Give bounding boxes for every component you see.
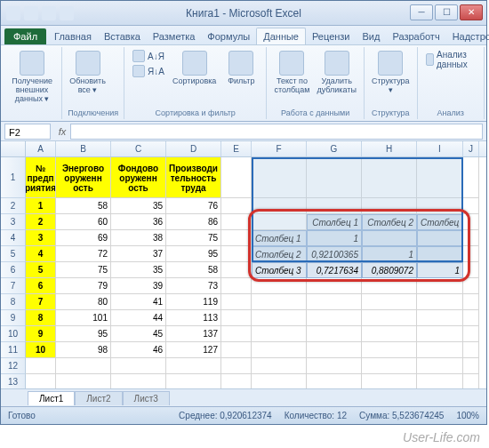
column-header[interactable]: A [26, 141, 56, 156]
tab-formulas[interactable]: Формулы [201, 28, 256, 44]
row-header[interactable]: 7 [1, 278, 26, 294]
row-header[interactable]: 1 [1, 157, 26, 198]
fx-icon[interactable]: fx [54, 126, 70, 137]
sort-desc-icon [132, 65, 145, 77]
maximize-button[interactable]: ☐ [435, 4, 458, 20]
watermark: User-Life.com [403, 430, 480, 444]
sheet-tab-1[interactable]: Лист1 [28, 391, 75, 405]
group-outline-label: Структура [370, 108, 412, 117]
status-zoom[interactable]: 100% [456, 411, 479, 420]
formula-bar: F2 fx [1, 122, 486, 141]
row-header[interactable]: 9 [1, 310, 26, 326]
formula-input[interactable] [70, 124, 483, 140]
ribbon-tabs: Файл Главная Вставка Разметка Формулы Да… [1, 26, 486, 45]
column-header[interactable]: B [56, 141, 111, 156]
analysis-icon [426, 53, 434, 66]
tab-file[interactable]: Файл [4, 28, 46, 44]
row-header[interactable]: 13 [1, 374, 26, 388]
tab-addins[interactable]: Надстро [446, 28, 489, 44]
column-header[interactable]: H [362, 141, 417, 156]
refresh-icon [76, 51, 100, 76]
row-header[interactable]: 12 [1, 358, 26, 374]
close-button[interactable]: ✕ [460, 4, 483, 20]
save-icon[interactable] [24, 6, 38, 20]
window-title: Книга1 - Microsoft Excel [186, 7, 301, 20]
tab-developer[interactable]: Разработч [386, 28, 445, 44]
row-header[interactable]: 4 [1, 230, 26, 246]
undo-icon[interactable] [42, 6, 56, 20]
filter-button[interactable]: Фильтр [221, 49, 261, 88]
row-header[interactable]: 10 [1, 326, 26, 342]
sort-icon [182, 51, 207, 76]
group-data-tools-label: Работа с данными [272, 108, 358, 117]
text-columns-icon [279, 51, 304, 76]
dedupe-icon [325, 51, 349, 76]
ribbon: Получение внешних данных ▾ Обновить все … [1, 45, 486, 122]
column-header[interactable]: D [166, 141, 221, 156]
column-header[interactable]: I [417, 141, 463, 156]
sort-asc-button[interactable]: А↓Я [130, 49, 167, 63]
filter-icon [228, 51, 253, 76]
text-to-columns-button[interactable]: Текст по столбцам [272, 49, 311, 97]
tab-insert[interactable]: Вставка [98, 28, 147, 44]
row-header[interactable]: 8 [1, 294, 26, 310]
external-data-icon [20, 51, 44, 76]
tab-data[interactable]: Данные [256, 28, 306, 44]
name-box[interactable]: F2 [4, 124, 51, 140]
row-header[interactable]: 5 [1, 246, 26, 262]
status-ready: Готово [8, 411, 36, 420]
spreadsheet-grid[interactable]: ABCDEFGHIJ 1234567891011121314 № предп р… [1, 141, 486, 388]
tab-home[interactable]: Главная [48, 28, 98, 44]
tab-layout[interactable]: Разметка [147, 28, 202, 44]
sheet-tab-3[interactable]: Лист3 [123, 391, 170, 405]
titlebar: Книга1 - Microsoft Excel ─ ☐ ✕ [1, 1, 486, 26]
select-all-corner[interactable] [1, 141, 26, 156]
column-header[interactable]: E [221, 141, 252, 156]
sort-asc-icon [132, 50, 145, 62]
redo-icon[interactable] [60, 6, 74, 20]
remove-duplicates-button[interactable]: Удалить дубликаты [315, 49, 357, 97]
column-header[interactable]: F [252, 141, 307, 156]
outline-icon [378, 51, 403, 76]
get-external-data-button[interactable]: Получение внешних данных ▾ [8, 49, 56, 106]
sheet-tab-2[interactable]: Лист2 [75, 391, 122, 405]
row-header[interactable]: 2 [1, 198, 26, 214]
quick-access-toolbar [6, 6, 74, 20]
tab-view[interactable]: Вид [357, 28, 387, 44]
group-sort-filter-label: Сортировка и фильтр [130, 108, 261, 117]
sort-desc-button[interactable]: Я↓А [130, 64, 167, 78]
data-analysis-button[interactable]: Анализ данных [423, 49, 478, 70]
row-header[interactable]: 6 [1, 262, 26, 278]
column-header[interactable]: G [307, 141, 362, 156]
status-bar: Готово Среднее: 0,920612374 Количество: … [1, 406, 486, 424]
status-sum: Сумма: 5,523674245 [359, 411, 444, 420]
group-analysis-label: Анализ [423, 108, 478, 117]
minimize-button[interactable]: ─ [410, 4, 433, 20]
excel-icon [6, 6, 20, 20]
sheet-tabs: Лист1 Лист2 Лист3 [1, 388, 486, 406]
outline-button[interactable]: Структура ▾ [370, 49, 412, 97]
sort-button[interactable]: Сортировка [171, 49, 218, 88]
group-connections-label: Подключения [68, 108, 118, 117]
row-header[interactable]: 11 [1, 342, 26, 358]
column-header[interactable]: C [111, 141, 166, 156]
status-average: Среднее: 0,920612374 [179, 411, 272, 420]
refresh-all-button[interactable]: Обновить все ▾ [68, 49, 108, 97]
status-count: Количество: 12 [285, 411, 347, 420]
row-header[interactable]: 3 [1, 214, 26, 230]
tab-review[interactable]: Рецензи [306, 28, 357, 44]
column-header[interactable]: J [463, 141, 479, 156]
